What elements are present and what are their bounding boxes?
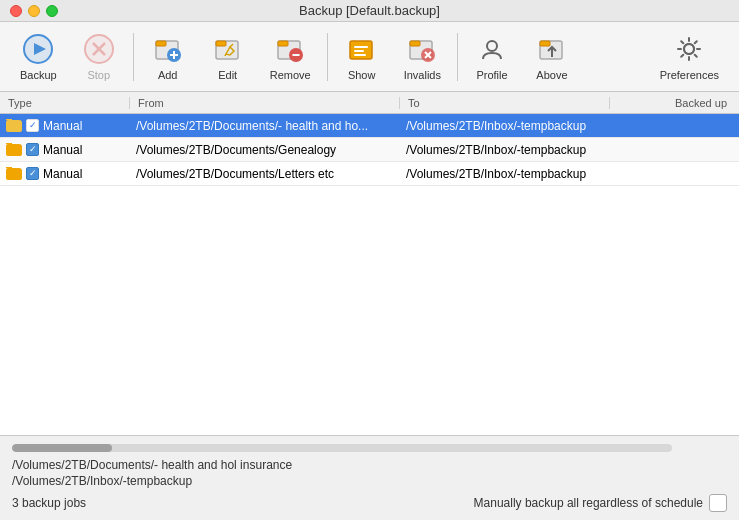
- stop-icon: [83, 33, 115, 65]
- window-title: Backup [Default.backup]: [299, 3, 440, 18]
- cell-to-2: /Volumes/2TB/Inbox/-tempbackup: [400, 143, 610, 157]
- remove-label: Remove: [270, 69, 311, 81]
- col-header-to: To: [400, 97, 610, 109]
- manual-label: Manually backup all regardless of schedu…: [474, 496, 703, 510]
- col-header-backed: Backed up: [610, 97, 739, 109]
- type-value-1: Manual: [43, 119, 82, 133]
- col-header-type: Type: [0, 97, 130, 109]
- cell-type-3: Manual: [0, 167, 130, 181]
- type-value-2: Manual: [43, 143, 82, 157]
- svg-rect-22: [354, 50, 364, 52]
- maximize-button[interactable]: [46, 5, 58, 17]
- minimize-button[interactable]: [28, 5, 40, 17]
- invalids-button[interactable]: Invalids: [392, 27, 453, 87]
- svg-rect-13: [216, 41, 226, 46]
- col-header-from: From: [130, 97, 400, 109]
- show-icon: [346, 33, 378, 65]
- bottom-bar: /Volumes/2TB/Documents/- health and hol …: [0, 435, 739, 520]
- edit-button[interactable]: Edit: [198, 27, 258, 87]
- title-bar: Backup [Default.backup]: [0, 0, 739, 22]
- svg-rect-25: [410, 41, 420, 46]
- folder-icon: [6, 120, 22, 132]
- svg-rect-21: [354, 46, 368, 48]
- bottom-info: /Volumes/2TB/Documents/- health and hol …: [12, 458, 727, 488]
- backup-button[interactable]: Backup: [8, 27, 69, 87]
- stop-label: Stop: [87, 69, 110, 81]
- table-row[interactable]: Manual /Volumes/2TB/Documents/Letters et…: [0, 162, 739, 186]
- stop-button[interactable]: Stop: [69, 27, 129, 87]
- add-button[interactable]: Add: [138, 27, 198, 87]
- svg-rect-31: [540, 41, 550, 46]
- cell-from-1: /Volumes/2TB/Documents/- health and ho..…: [130, 119, 400, 133]
- toolbar: Backup Stop Add: [0, 22, 739, 92]
- toolbar-separator-3: [457, 33, 458, 81]
- status-footer: 3 backup jobs Manually backup all regard…: [12, 494, 727, 512]
- column-headers: Type From To Backed up: [0, 92, 739, 114]
- window-controls: [10, 5, 58, 17]
- job-count: 3 backup jobs: [12, 496, 86, 510]
- checkbox-3[interactable]: [26, 167, 39, 180]
- show-label: Show: [348, 69, 376, 81]
- svg-point-29: [487, 41, 497, 51]
- checkbox-1[interactable]: [26, 119, 39, 132]
- folder-icon: [6, 144, 22, 156]
- scroll-area[interactable]: [12, 444, 727, 452]
- add-icon: [152, 33, 184, 65]
- cell-type-1: Manual: [0, 119, 130, 133]
- path-from: /Volumes/2TB/Documents/- health and hol …: [12, 458, 727, 472]
- svg-rect-8: [156, 41, 166, 46]
- edit-icon: [212, 33, 244, 65]
- svg-line-15: [225, 54, 226, 56]
- above-label: Above: [536, 69, 567, 81]
- svg-point-34: [684, 44, 694, 54]
- profile-label: Profile: [476, 69, 507, 81]
- preferences-button[interactable]: Preferences: [648, 27, 731, 87]
- remove-icon: [274, 33, 306, 65]
- remove-button[interactable]: Remove: [258, 27, 323, 87]
- svg-rect-23: [354, 54, 366, 56]
- invalids-icon: [406, 33, 438, 65]
- manual-backup-option: Manually backup all regardless of schedu…: [474, 494, 727, 512]
- cell-to-1: /Volumes/2TB/Inbox/-tempbackup: [400, 119, 610, 133]
- cell-type-2: Manual: [0, 143, 130, 157]
- backup-icon: [22, 33, 54, 65]
- above-icon: [536, 33, 568, 65]
- type-value-3: Manual: [43, 167, 82, 181]
- path-to: /Volumes/2TB/Inbox/-tempbackup: [12, 474, 727, 488]
- folder-icon: [6, 168, 22, 180]
- above-button[interactable]: Above: [522, 27, 582, 87]
- show-button[interactable]: Show: [332, 27, 392, 87]
- toolbar-separator-2: [327, 33, 328, 81]
- svg-rect-17: [278, 41, 288, 46]
- edit-label: Edit: [218, 69, 237, 81]
- scrollbar-thumb[interactable]: [12, 444, 112, 452]
- scrollbar[interactable]: [12, 444, 672, 452]
- add-label: Add: [158, 69, 178, 81]
- profile-button[interactable]: Profile: [462, 27, 522, 87]
- toolbar-separator-1: [133, 33, 134, 81]
- checkbox-2[interactable]: [26, 143, 39, 156]
- table-row[interactable]: Manual /Volumes/2TB/Documents/- health a…: [0, 114, 739, 138]
- close-button[interactable]: [10, 5, 22, 17]
- backup-table: Manual /Volumes/2TB/Documents/- health a…: [0, 114, 739, 435]
- preferences-label: Preferences: [660, 69, 719, 81]
- invalids-label: Invalids: [404, 69, 441, 81]
- backup-label: Backup: [20, 69, 57, 81]
- manual-backup-toggle[interactable]: [709, 494, 727, 512]
- profile-icon: [476, 33, 508, 65]
- table-row[interactable]: Manual /Volumes/2TB/Documents/Genealogy …: [0, 138, 739, 162]
- cell-to-3: /Volumes/2TB/Inbox/-tempbackup: [400, 167, 610, 181]
- preferences-icon: [673, 33, 705, 65]
- cell-from-3: /Volumes/2TB/Documents/Letters etc: [130, 167, 400, 181]
- cell-from-2: /Volumes/2TB/Documents/Genealogy: [130, 143, 400, 157]
